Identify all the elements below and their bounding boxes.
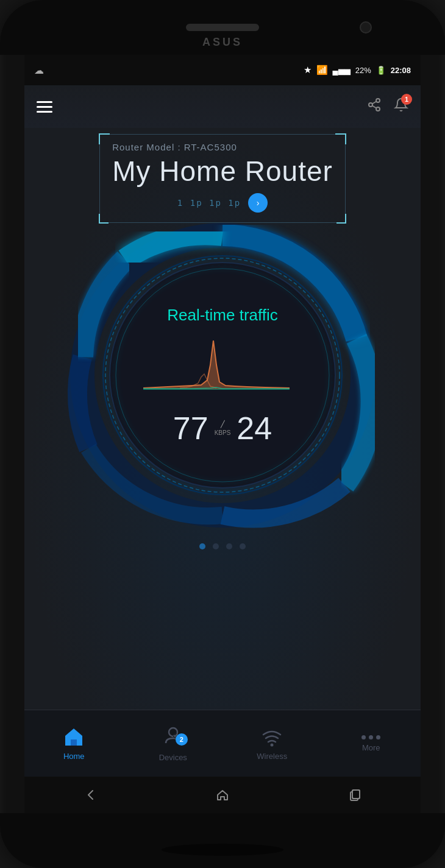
traffic-label: Real-time traffic: [143, 306, 302, 325]
traffic-gauge: Real-time traffic: [64, 217, 381, 534]
phone-camera: [360, 21, 372, 34]
status-bar: ☁ ★ 📶 ▄▅▅ 22% 🔋 22:08: [24, 55, 421, 85]
download-value: 24: [237, 412, 272, 444]
signal-icon: ▄▅▅: [333, 66, 351, 75]
pagination-dot-2[interactable]: [213, 543, 219, 549]
menu-button[interactable]: [37, 101, 52, 113]
svg-point-17: [271, 744, 274, 747]
header-actions: 1: [367, 97, 408, 116]
recents-button[interactable]: [343, 783, 367, 807]
nav-item-wireless[interactable]: Wireless: [222, 710, 322, 777]
phone-top-bezel: ASUS: [0, 0, 445, 55]
svg-point-2: [376, 107, 380, 111]
notification-button[interactable]: 1: [394, 97, 408, 116]
next-button[interactable]: ›: [248, 193, 268, 213]
phone-screen: ☁ ★ 📶 ▄▅▅ 22% 🔋 22:08: [24, 55, 421, 813]
nav-label-wireless: Wireless: [257, 752, 287, 761]
more-icon: [361, 735, 380, 739]
router-ip: 1 1p 1p 1p: [177, 198, 241, 208]
pagination-dots: [199, 543, 246, 549]
battery-percent: 22%: [355, 66, 371, 75]
status-left: ☁: [34, 65, 44, 76]
svg-point-0: [376, 99, 380, 102]
svg-marker-13: [143, 340, 290, 389]
svg-line-4: [372, 102, 377, 104]
nav-label-devices: Devices: [159, 753, 187, 762]
cloud-icon: ☁: [34, 65, 44, 76]
nav-item-home[interactable]: Home: [24, 710, 124, 777]
bluetooth-icon: ★: [304, 65, 312, 76]
gauge-inner-content: Real-time traffic: [143, 306, 302, 444]
android-navigation: [24, 777, 421, 813]
traffic-values: 77 ╱ KBPS 24: [143, 412, 302, 444]
nav-item-devices[interactable]: 2 Devices: [124, 710, 223, 777]
bottom-navigation: Home 2 Devices: [24, 710, 421, 777]
phone-shadow: [162, 844, 283, 856]
router-ip-row: 1 1p 1p 1p ›: [112, 193, 333, 213]
traffic-unit: ╱ KBPS: [215, 420, 231, 436]
phone-speaker: [186, 24, 259, 31]
wifi-icon: 📶: [316, 65, 328, 76]
status-right: ★ 📶 ▄▅▅ 22% 🔋 22:08: [304, 65, 411, 76]
devices-icon-wrapper: 2: [162, 725, 184, 749]
traffic-chart: [143, 334, 290, 408]
app-header: 1: [24, 85, 421, 128]
router-model: Router Model : RT-AC5300: [112, 142, 333, 152]
chart-svg: [143, 334, 290, 408]
nav-label-home: Home: [63, 752, 85, 761]
phone-bottom-bezel: [0, 813, 445, 868]
notification-badge: 1: [401, 94, 412, 105]
svg-point-1: [369, 103, 372, 107]
svg-line-3: [372, 106, 377, 108]
phone-device: ASUS ☁ ★ 📶 ▄▅▅ 22% 🔋 22:08: [0, 0, 445, 868]
share-icon[interactable]: [367, 97, 382, 116]
wireless-icon: [261, 726, 283, 748]
upload-value: 77: [173, 412, 208, 444]
main-content: Router Model : RT-AC5300 My Home Router …: [24, 128, 421, 710]
brand-logo: ASUS: [202, 36, 243, 49]
router-info-frame: Router Model : RT-AC5300 My Home Router …: [99, 134, 346, 223]
home-button[interactable]: [210, 783, 235, 807]
pagination-dot-3[interactable]: [226, 543, 232, 549]
nav-label-more: More: [362, 743, 380, 752]
home-icon: [63, 726, 85, 748]
svg-rect-19: [352, 790, 360, 799]
pagination-dot-4[interactable]: [240, 543, 246, 549]
clock: 22:08: [391, 66, 411, 75]
back-button[interactable]: [78, 783, 102, 807]
devices-badge: 2: [176, 733, 188, 746]
nav-item-more[interactable]: More: [322, 710, 421, 777]
battery-icon: 🔋: [376, 66, 386, 75]
router-name: My Home Router: [112, 156, 333, 187]
pagination-dot-1[interactable]: [199, 543, 205, 549]
svg-rect-14: [71, 739, 77, 746]
